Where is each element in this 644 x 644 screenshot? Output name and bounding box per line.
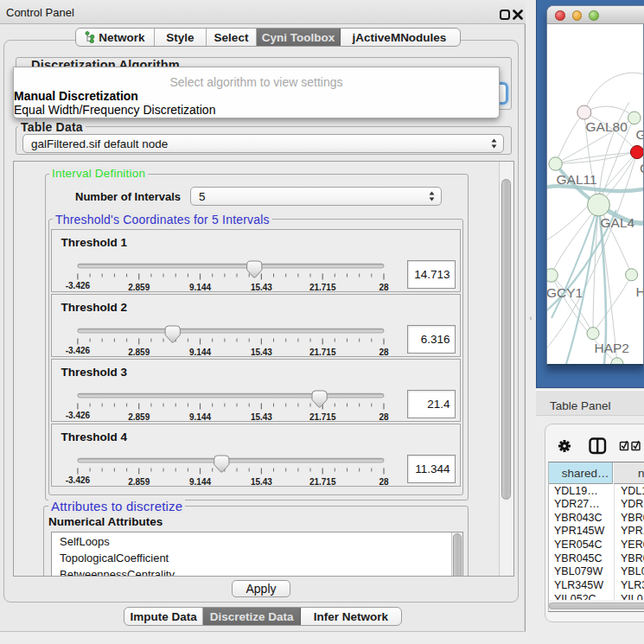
svg-text:9.144: 9.144 (188, 477, 210, 487)
svg-text:21.715: 21.715 (309, 412, 335, 422)
svg-text:GA: GA (636, 127, 644, 142)
svg-text:-3.426: -3.426 (65, 475, 90, 485)
svg-text:-3.426: -3.426 (65, 411, 90, 420)
svg-text:28: 28 (379, 348, 389, 357)
svg-text:9.144: 9.144 (188, 412, 210, 422)
svg-text:2.859: 2.859 (128, 412, 150, 422)
svg-text:GAL4: GAL4 (601, 215, 635, 230)
svg-text:H: H (636, 284, 644, 299)
svg-text:28: 28 (379, 283, 389, 292)
svg-text:HAP2: HAP2 (595, 341, 630, 355)
svg-text:GAL80: GAL80 (586, 119, 628, 134)
svg-text:2.859: 2.859 (128, 477, 150, 487)
svg-text:15.43: 15.43 (250, 283, 271, 292)
svg-text:C: C (640, 161, 643, 175)
svg-text:28: 28 (379, 412, 389, 422)
svg-text:2.859: 2.859 (128, 283, 150, 292)
svg-text:15.43: 15.43 (250, 412, 271, 422)
svg-text:15.43: 15.43 (250, 477, 271, 487)
svg-text:21.715: 21.715 (309, 477, 335, 487)
svg-text:GAL11: GAL11 (557, 172, 597, 187)
svg-text:28: 28 (379, 477, 389, 487)
svg-text:21.715: 21.715 (309, 348, 335, 357)
svg-text:15.43: 15.43 (250, 348, 271, 357)
svg-text:-3.426: -3.426 (65, 346, 90, 355)
svg-text:2.859: 2.859 (128, 348, 150, 357)
svg-text:9.144: 9.144 (188, 283, 210, 292)
svg-text:GCY1: GCY1 (547, 285, 583, 300)
svg-text:9.144: 9.144 (188, 348, 210, 357)
svg-text:-3.426: -3.426 (65, 281, 90, 290)
svg-text:21.715: 21.715 (309, 283, 335, 292)
